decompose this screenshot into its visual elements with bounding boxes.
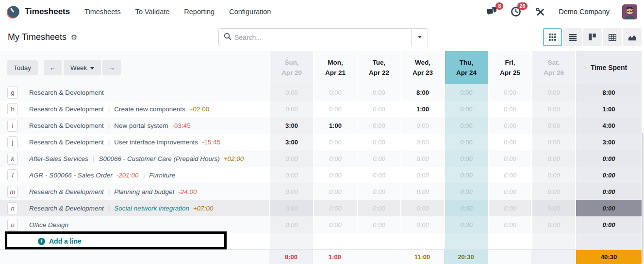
grid-cell[interactable]: 0:00 bbox=[269, 101, 313, 117]
grid-cell[interactable]: 0:00 bbox=[531, 183, 575, 200]
grid-cell[interactable]: 0:00 bbox=[400, 183, 444, 200]
menu-timesheets[interactable]: Timesheets bbox=[84, 8, 120, 16]
grid-cell[interactable]: 3:00 bbox=[269, 134, 313, 150]
grid-cell[interactable]: 0:00 bbox=[488, 117, 531, 134]
row-label-task-teal: Social network integration bbox=[114, 205, 189, 212]
menu-to-validate[interactable]: To Validate bbox=[135, 8, 170, 16]
menu-reporting[interactable]: Reporting bbox=[184, 8, 215, 16]
grid-cell[interactable]: 0:00 bbox=[313, 200, 357, 216]
grid-cell[interactable]: 0:00 bbox=[400, 150, 444, 167]
grid-cell[interactable]: 0:00 bbox=[531, 150, 575, 167]
vertical-scrollbar[interactable] bbox=[642, 53, 644, 264]
grid-cell[interactable]: 0:00 bbox=[444, 134, 488, 150]
grid-cell[interactable]: 0:00 bbox=[269, 150, 313, 167]
grid-cell[interactable]: 0:00 bbox=[357, 167, 400, 183]
grid-cell[interactable]: 0:00 bbox=[531, 84, 575, 101]
grid-cell[interactable]: 0:00 bbox=[269, 84, 313, 101]
grid-cell[interactable]: 0:00 bbox=[400, 216, 444, 233]
timesheets-app-icon[interactable] bbox=[7, 5, 20, 18]
grid-cell[interactable]: 0:00 bbox=[531, 167, 575, 183]
grid-cell[interactable]: 0:00 bbox=[488, 134, 531, 150]
grid-cell[interactable]: 0:00 bbox=[444, 216, 488, 233]
grid-cell[interactable]: 0:00 bbox=[357, 150, 400, 167]
view-button-grid[interactable] bbox=[543, 28, 562, 46]
range-selector-button[interactable]: Week bbox=[64, 60, 101, 75]
app-brand[interactable]: Timesheets bbox=[25, 7, 70, 17]
column-header-thu-today: Thu,Apr 24 bbox=[444, 51, 488, 84]
grid-cell[interactable]: 3:00 bbox=[269, 117, 313, 134]
view-button-kanban[interactable] bbox=[583, 28, 602, 46]
grid-cell[interactable]: 0:00 bbox=[444, 117, 488, 134]
grid-cell[interactable]: 0:00 bbox=[488, 200, 531, 216]
grid-cell[interactable]: 0:00 bbox=[400, 117, 444, 134]
row-shortcut-key: i bbox=[7, 120, 18, 132]
grid-cell[interactable]: 0:00 bbox=[313, 150, 357, 167]
activities-clock-icon[interactable]: 26 bbox=[510, 6, 522, 18]
grid-cell[interactable]: 0:00 bbox=[357, 101, 400, 117]
grid-cell[interactable]: 0:00 bbox=[357, 117, 400, 134]
grid-cell[interactable]: 0:00 bbox=[313, 84, 357, 101]
grid-cell[interactable]: 8:00 bbox=[400, 84, 444, 101]
next-week-button[interactable]: → bbox=[102, 60, 121, 75]
grid-cell[interactable]: 0:00 bbox=[488, 167, 531, 183]
grid-cell[interactable]: 0:00 bbox=[444, 84, 488, 101]
view-button-pivot[interactable] bbox=[603, 28, 622, 46]
grid-cell[interactable]: 0:00 bbox=[531, 216, 575, 233]
grid-cell[interactable]: 1:00 bbox=[313, 117, 357, 134]
grid-cell[interactable]: 0:00 bbox=[488, 84, 531, 101]
add-a-line-button[interactable]: + Add a line bbox=[0, 233, 269, 249]
grid-cell[interactable]: 1:00 bbox=[400, 101, 444, 117]
activities-badge: 26 bbox=[517, 2, 528, 10]
grid-cell[interactable]: 0:00 bbox=[444, 167, 488, 183]
gear-icon[interactable]: ⚙ bbox=[71, 33, 77, 42]
grid-cell[interactable]: 0:00 bbox=[531, 117, 575, 134]
grid-cell[interactable]: 0:00 bbox=[531, 101, 575, 117]
plus-circle-icon: + bbox=[38, 238, 45, 245]
grid-cell[interactable]: 0:00 bbox=[444, 101, 488, 117]
grid-cell[interactable]: 0:00 bbox=[313, 216, 357, 233]
grid-cell[interactable]: 0:00 bbox=[269, 216, 313, 233]
company-switcher[interactable]: Demo Company bbox=[559, 8, 610, 16]
view-switcher bbox=[543, 28, 642, 46]
grid-cell[interactable]: 0:00 bbox=[400, 167, 444, 183]
today-button[interactable]: Today bbox=[7, 60, 38, 75]
row-label-neg: -201:00 bbox=[116, 172, 139, 179]
tools-icon[interactable] bbox=[534, 6, 546, 18]
grid-cell[interactable]: 0:00 bbox=[357, 200, 400, 216]
grid-cell[interactable]: 0:00 bbox=[357, 84, 400, 101]
grid-cell[interactable]: 0:00 bbox=[444, 183, 488, 200]
grid-cell[interactable]: 0:00 bbox=[269, 200, 313, 216]
grid-cell[interactable]: 0:00 bbox=[269, 183, 313, 200]
grid-cell[interactable]: 0:00 bbox=[357, 183, 400, 200]
grid-cell[interactable]: 0:00 bbox=[357, 134, 400, 150]
grid-cell[interactable]: 0:00 bbox=[488, 183, 531, 200]
grid-cell[interactable]: 0:00 bbox=[313, 167, 357, 183]
grid-cell[interactable]: 0:00 bbox=[488, 150, 531, 167]
grid-cell[interactable]: 0:00 bbox=[313, 134, 357, 150]
grid-cell[interactable]: 0:00 bbox=[269, 167, 313, 183]
grid-cell[interactable]: 0:00 bbox=[313, 101, 357, 117]
grid-cell[interactable]: 0:00 bbox=[488, 216, 531, 233]
messages-icon[interactable]: 8 bbox=[486, 6, 497, 18]
view-button-graph[interactable] bbox=[623, 28, 642, 46]
total-fri bbox=[488, 250, 531, 264]
grid-cell[interactable]: 0:00 bbox=[531, 134, 575, 150]
grid-cell[interactable]: 0:00 bbox=[400, 134, 444, 150]
grid-cell[interactable]: 0:00 bbox=[313, 183, 357, 200]
view-button-list[interactable] bbox=[563, 28, 582, 46]
grid-cell[interactable]: 0:00 bbox=[444, 200, 488, 216]
grid-cell[interactable]: 0:00 bbox=[531, 200, 575, 216]
menu-configuration[interactable]: Configuration bbox=[229, 8, 271, 16]
search-options-toggle[interactable] bbox=[411, 29, 428, 46]
previous-week-button[interactable]: ← bbox=[44, 60, 62, 75]
user-avatar[interactable] bbox=[622, 4, 637, 19]
grid-cell[interactable]: 0:00 bbox=[357, 216, 400, 233]
scrollbar-thumb[interactable] bbox=[642, 132, 644, 264]
search-icon bbox=[224, 33, 231, 42]
grid-cell[interactable]: 0:00 bbox=[488, 101, 531, 117]
grid-cell[interactable]: 0:00 bbox=[400, 200, 444, 216]
search-input[interactable] bbox=[231, 34, 411, 41]
grand-total: 40:30 bbox=[575, 250, 642, 264]
grid-header-row: Today ← Week → Sun,Apr 20 Mon,Apr 21 Tue… bbox=[0, 51, 642, 84]
grid-cell[interactable]: 0:00 bbox=[444, 150, 488, 167]
